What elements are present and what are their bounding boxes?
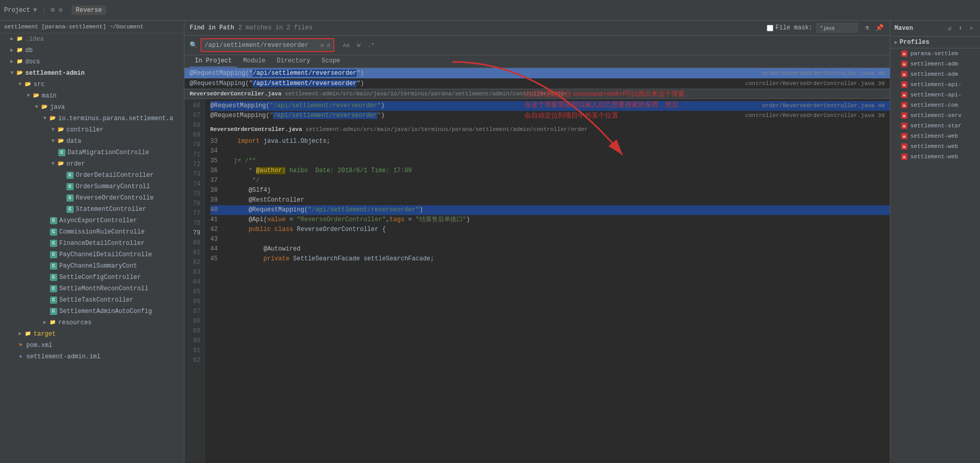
sidebar-item-label: OrderDetailController bbox=[76, 171, 184, 180]
sidebar-item-settlementadminauto[interactable]: C SettlementAdminAutoConfig bbox=[0, 306, 184, 317]
code-line-highlighted: 40 @RequestMapping("/api/settlement/reve… bbox=[210, 205, 890, 215]
sidebar-item-db[interactable]: ▶ 📁 db bbox=[0, 45, 184, 56]
maven-item-settlement-com[interactable]: m settlement-com bbox=[890, 100, 980, 110]
scope-tab-inproject[interactable]: In Project bbox=[190, 55, 237, 68]
sidebar-item-pom[interactable]: ⚑ pom.xml bbox=[0, 340, 184, 351]
java-class-icon: C bbox=[49, 307, 58, 316]
maven-item-label: settlement-web bbox=[910, 143, 958, 150]
sidebar-item-label: SettlementAdminAutoConfig bbox=[59, 307, 184, 316]
maven-item-settlement-web1[interactable]: m settlement-web bbox=[890, 131, 980, 141]
java-class-icon: C bbox=[49, 296, 58, 304]
scope-tab-directory[interactable]: Directory bbox=[272, 55, 315, 68]
sidebar-item-label: io.terminus.parana.settlement.a bbox=[58, 114, 184, 123]
sidebar-item-financedetail[interactable]: C FinanceDetailController bbox=[0, 238, 184, 249]
sidebar-item-iml[interactable]: ◈ settlement-admin.iml bbox=[0, 351, 184, 362]
maven-item-settlement-adm2[interactable]: m settlement-adm bbox=[890, 69, 980, 79]
sidebar-item-main[interactable]: ▼ 📂 main bbox=[0, 90, 184, 102]
maven-item-label: settlement-adm bbox=[910, 61, 958, 67]
maven-profiles-title: Profiles bbox=[900, 39, 930, 46]
sidebar-item-label: java bbox=[50, 103, 184, 112]
sidebar-item-orderdetail[interactable]: C OrderDetailController bbox=[0, 170, 184, 181]
code-line: 44 @Autowired bbox=[210, 244, 890, 254]
line-num: 84 bbox=[189, 277, 200, 287]
maven-item-settlement-adm1[interactable]: m settlement-adm bbox=[890, 59, 980, 69]
whole-word-button[interactable]: W bbox=[356, 42, 362, 49]
sidebar-item-java[interactable]: ▼ 📂 java bbox=[0, 102, 184, 113]
sidebar-item-settleconfig[interactable]: C SettleConfigController bbox=[0, 272, 184, 283]
sidebar-item-src[interactable]: ▼ 📂 src bbox=[0, 79, 184, 90]
line-num: 71 bbox=[189, 150, 200, 160]
build-icon[interactable]: ⊞ bbox=[51, 6, 55, 14]
refresh-icon[interactable]: ↺ bbox=[326, 41, 330, 49]
sidebar-item-reverseorder[interactable]: C ReverseOrderControlle bbox=[0, 192, 184, 204]
maven-item-settlement-api1[interactable]: m settlement-api- bbox=[890, 79, 980, 90]
sidebar-item-ordersummary[interactable]: C OrderSummaryControll bbox=[0, 181, 184, 192]
line-num-active: 79 bbox=[189, 228, 200, 238]
settings-icon[interactable]: ⚙ bbox=[59, 6, 62, 14]
sidebar-item-data[interactable]: ▼ 📂 data bbox=[0, 136, 184, 147]
profiles-arrow-icon: ▶ bbox=[894, 39, 898, 45]
maven-item-settlement-serv[interactable]: m settlement-serv bbox=[890, 110, 980, 121]
sidebar-item-docs[interactable]: ▶ 📁 docs bbox=[0, 56, 184, 68]
filter-icon[interactable]: ⚗ bbox=[862, 23, 872, 33]
maven-item-settlement-web3[interactable]: m settlement-web bbox=[890, 152, 980, 162]
scope-tab-module[interactable]: Module bbox=[238, 55, 271, 68]
maven-item-settlement-star[interactable]: m settlement-star bbox=[890, 121, 980, 131]
java-class-icon: C bbox=[49, 262, 58, 270]
sidebar-item-resources[interactable]: ▶ 📁 resources bbox=[0, 317, 184, 328]
sidebar-item-controller[interactable]: ▼ 📂 controller bbox=[0, 124, 184, 136]
sidebar-item-settlement-admin[interactable]: ▼ 📂 settlement-admin bbox=[0, 68, 184, 79]
refresh-icon[interactable]: ↺ bbox=[945, 24, 954, 33]
java-class-icon: C bbox=[49, 273, 58, 282]
maven-profiles-header[interactable]: ▶ Profiles bbox=[890, 37, 980, 48]
find-search-input[interactable] bbox=[205, 42, 318, 49]
code-line: @RequestMapping("/api/settlement/reverse… bbox=[210, 111, 890, 121]
file-mask-checkbox[interactable] bbox=[767, 25, 773, 31]
maven-icon: m bbox=[901, 50, 908, 57]
regex-button[interactable]: .* bbox=[366, 42, 376, 49]
project-label[interactable]: Project bbox=[4, 7, 30, 14]
java-class-icon: C bbox=[49, 285, 58, 293]
sidebar-item-settlemonthrecon[interactable]: C SettleMonthReconControll bbox=[0, 283, 184, 294]
project-sidebar: settlement [parana-settlement] ~/Documen… bbox=[0, 21, 184, 463]
clear-icon[interactable]: ✕ bbox=[320, 41, 324, 49]
java-class-icon: C bbox=[49, 239, 58, 247]
sidebar-item-statement[interactable]: C StatementController bbox=[0, 204, 184, 215]
sidebar-item-label: data bbox=[66, 137, 184, 146]
match-case-button[interactable]: Aa bbox=[342, 42, 351, 49]
tab-reverse[interactable]: Reverse bbox=[72, 6, 106, 15]
code-editor[interactable]: @RequestMapping("/api/settlement/reverse… bbox=[205, 99, 890, 463]
pin-icon[interactable]: 📌 bbox=[874, 23, 885, 33]
sidebar-item-asyncexport[interactable]: C AsyncExportController bbox=[0, 215, 184, 226]
code-line: 36 * @author: haibo Date: 2018/6/1 Time:… bbox=[210, 166, 890, 176]
sidebar-item-io-terminus[interactable]: ▼ 📂 io.terminus.parana.settlement.a bbox=[0, 113, 184, 124]
file-mask-input[interactable] bbox=[817, 23, 858, 32]
add-icon[interactable]: + bbox=[967, 24, 976, 33]
maven-item-settlement-api2[interactable]: m settlement-api- bbox=[890, 90, 980, 100]
line-num: 70 bbox=[189, 140, 200, 150]
line-num: 82 bbox=[189, 258, 200, 268]
find-result-row[interactable]: @RequestMapping("/api/settlement/reverse… bbox=[184, 68, 890, 78]
find-result-row[interactable]: @RequestMapping("/api/settlement/reverse… bbox=[184, 78, 890, 89]
sidebar-item-order[interactable]: ▼ 📂 order bbox=[0, 158, 184, 170]
sidebar-item-paychanneldetail[interactable]: C PayChannelDetailControlle bbox=[0, 249, 184, 260]
sidebar-item-idea[interactable]: ▶ 📁 .idea bbox=[0, 34, 184, 45]
sidebar-item-commissionrule[interactable]: C CommissionRuleControlle bbox=[0, 226, 184, 238]
top-bar-separator: | bbox=[42, 7, 46, 14]
java-class-icon: C bbox=[49, 251, 58, 259]
maven-item-parana[interactable]: m parana-settlem bbox=[890, 48, 980, 59]
line-num: 68 bbox=[189, 121, 200, 130]
maven-item-settlement-web2[interactable]: m settlement-web bbox=[890, 141, 980, 152]
sidebar-item-target[interactable]: ▶ 📁 target bbox=[0, 328, 184, 340]
download-icon[interactable]: ⬇ bbox=[956, 24, 965, 33]
scope-tab-scope[interactable]: Scope bbox=[316, 55, 345, 68]
sidebar-item-settletask[interactable]: C SettleTaskController bbox=[0, 294, 184, 306]
code-line: 35 |= /** bbox=[210, 156, 890, 166]
java-class-icon: C bbox=[58, 148, 66, 157]
sidebar-item-paychannelsummary[interactable]: C PayChannelSummaryCont bbox=[0, 260, 184, 272]
iml-icon: ◈ bbox=[16, 353, 25, 361]
find-results[interactable]: @RequestMapping("/api/settlement/reverse… bbox=[184, 68, 890, 89]
project-dropdown-icon[interactable]: ▼ bbox=[33, 7, 37, 14]
sidebar-item-datamigration[interactable]: C DataMigrationControlle bbox=[0, 147, 184, 158]
maven-icon: m bbox=[901, 91, 908, 98]
